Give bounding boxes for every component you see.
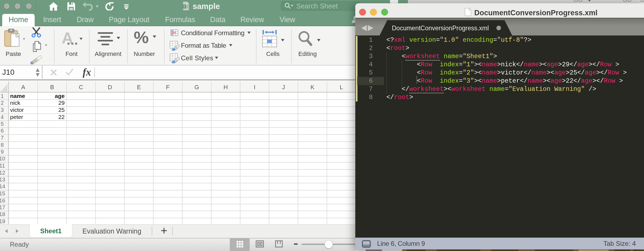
svg-text:x: x xyxy=(183,5,185,8)
